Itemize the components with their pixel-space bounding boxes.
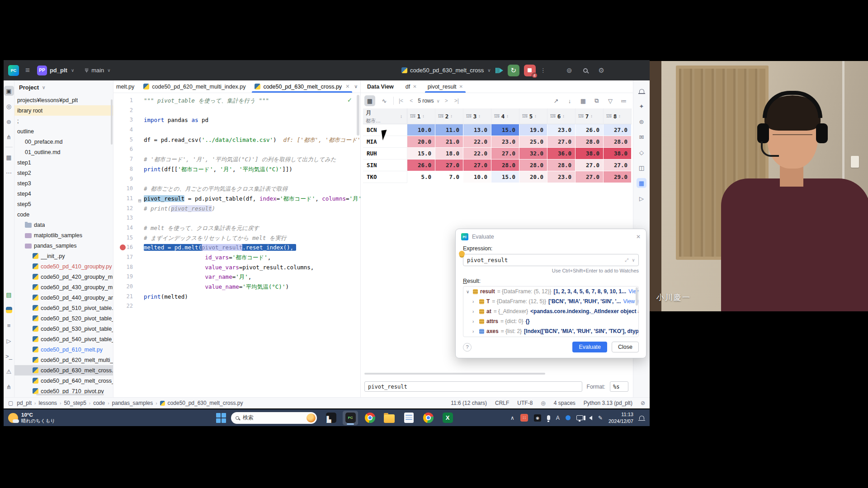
branches-icon[interactable]: ⋔ <box>4 132 14 142</box>
plugins-icon[interactable]: ◫ <box>637 163 646 173</box>
table-cell[interactable]: 18.0 <box>435 148 463 160</box>
table-cell[interactable]: 28.0 <box>519 160 547 171</box>
tree-item[interactable]: code50_pd_420_groupby_multi.py <box>14 272 113 282</box>
debug-resume-icon[interactable] <box>495 68 503 73</box>
problems-icon[interactable]: ⚠ <box>4 366 14 376</box>
tree-item[interactable]: code50_pd_540_pivot_table_cross_mu <box>14 334 113 344</box>
tree-item[interactable]: step5 <box>14 199 113 209</box>
tree-item[interactable]: matplotlib_samples <box>14 230 113 240</box>
tree-item[interactable]: code50_pd_610_melt.py <box>14 344 113 355</box>
dialog-close-icon[interactable]: ✕ <box>636 234 641 240</box>
main-menu-icon[interactable]: ≡ <box>25 66 30 75</box>
breakpoint-icon[interactable] <box>120 244 126 250</box>
tree-item[interactable]: step3 <box>14 178 113 188</box>
filter-icon[interactable]: ▽ <box>605 95 616 106</box>
tab-close-icon[interactable]: ✕ <box>345 84 349 89</box>
lock-icon[interactable]: ⊘ <box>641 400 645 406</box>
table-cell[interactable]: 22.0 <box>463 136 491 148</box>
last-page-button[interactable]: >| <box>453 98 460 104</box>
editor-tab[interactable]: melt.py <box>113 80 139 93</box>
tree-item[interactable]: data <box>14 220 113 230</box>
table-cell[interactable]: 11.0 <box>435 124 463 136</box>
table-cell[interactable]: 28.0 <box>491 160 519 171</box>
tree-item[interactable]: outline <box>14 126 113 136</box>
tree-item[interactable]: code50_pd_620_melt_multi_index.py <box>14 355 113 365</box>
table-cell[interactable]: 27.0 <box>463 160 491 171</box>
column-header-cell[interactable]: 1231↕ <box>407 108 435 124</box>
notifications-icon[interactable] <box>637 86 646 96</box>
rerun-button[interactable]: ↻ <box>508 65 519 76</box>
format-input[interactable]: %s <box>610 381 628 392</box>
tree-item[interactable]: code <box>14 209 113 220</box>
sort-icon[interactable]: ↕ <box>397 113 405 120</box>
table-cell[interactable]: 20.0 <box>407 136 435 148</box>
prev-page-button[interactable]: < <box>408 98 414 104</box>
tree-item[interactable]: code50_pd_410_groupby.py <box>14 261 113 272</box>
editor-tab[interactable]: code50_pd_630_melt_cross.py✕ <box>250 80 354 93</box>
explorer-icon[interactable] <box>382 411 397 425</box>
table-cell[interactable]: 10.0 <box>407 124 435 136</box>
sort-icon[interactable]: ↕ <box>590 114 593 118</box>
tree-item[interactable]: code50_pd_510_pivot_table.py <box>14 303 113 313</box>
table-cell[interactable]: 38.0 <box>576 148 604 160</box>
tree-chevron-icon[interactable]: › <box>472 309 477 314</box>
tree-item[interactable]: code50_pd_530_pivot_table_cross.py <box>14 324 113 334</box>
mail-icon[interactable]: ✉ <box>637 132 646 142</box>
taskbar-search[interactable]: 検索 <box>231 412 317 424</box>
run-configuration[interactable]: code50_pd_630_melt_cross ∨ <box>401 67 491 74</box>
table-cell[interactable]: 29.0 <box>604 171 632 183</box>
sort-icon[interactable]: ↕ <box>422 114 425 118</box>
table-cell[interactable]: 15.0 <box>491 124 519 136</box>
table-cell[interactable]: 27.0 <box>604 160 632 171</box>
evaluate-button[interactable]: Evaluate <box>572 342 607 352</box>
taskbar-clock[interactable]: 11:13 2024/12/07 <box>609 411 633 424</box>
row-index-cell[interactable]: SIN <box>363 160 407 171</box>
mic-icon[interactable] <box>547 415 550 420</box>
kebab-menu-icon[interactable]: ⋮ <box>540 67 546 74</box>
table-cell[interactable]: 27.0 <box>547 136 576 148</box>
close-dialog-button[interactable]: Close <box>612 342 639 352</box>
table-cell[interactable]: 27.0 <box>576 160 604 171</box>
tree-item[interactable]: code50_pd_430_groupby_multi_index.py <box>14 282 113 292</box>
open-in-editor-icon[interactable]: ↗ <box>551 95 561 106</box>
search-everywhere-icon[interactable] <box>583 68 588 73</box>
services-icon[interactable]: ▷ <box>4 336 14 346</box>
help-button[interactable]: ? <box>463 343 472 352</box>
commit-icon[interactable]: ◎ <box>4 101 14 111</box>
stop-button[interactable]: 4 <box>524 65 536 76</box>
notification-bell-icon[interactable] <box>639 416 644 420</box>
table-cell[interactable]: 21.0 <box>435 136 463 148</box>
column-header-cell[interactable]: 1238↕ <box>604 108 632 124</box>
indent-style[interactable]: 4 spaces <box>554 400 576 406</box>
capture-icon[interactable]: ◉ <box>534 414 541 422</box>
editor-tab[interactable]: code50_pd_620_melt_multi_index.py <box>139 80 250 93</box>
tree-chevron-icon[interactable]: › <box>472 299 477 304</box>
copy-icon[interactable]: ⧉ <box>591 95 602 106</box>
structure-icon[interactable]: ▦ <box>4 152 14 162</box>
sort-icon[interactable]: ↕ <box>534 114 537 118</box>
display-icon[interactable] <box>576 415 583 420</box>
table-cell[interactable]: 15.0 <box>491 171 519 183</box>
project-hscrollbar[interactable] <box>36 394 104 395</box>
chrome-icon[interactable] <box>362 411 377 425</box>
tree-item[interactable]: code50_pd_630_melt_cross.py <box>14 365 113 375</box>
breadcrumb-item[interactable]: 50_step5 <box>64 400 86 406</box>
tree-chevron-icon[interactable]: › <box>472 329 477 334</box>
version-control-icon[interactable]: ⋔ <box>4 382 14 392</box>
sort-icon[interactable]: ↕ <box>562 114 565 118</box>
column-header-cell[interactable]: 1235↕ <box>519 108 547 124</box>
editor-code-area[interactable]: 1""" pivot_table を使って、集計を行う """23import … <box>113 93 360 397</box>
tree-item[interactable]: projects¥lessons¥pd_plt <box>14 95 113 105</box>
table-cell[interactable]: 27.0 <box>604 124 632 136</box>
run-icon[interactable]: ▷ <box>637 193 646 203</box>
result-tree-node[interactable]: ›attrs = {dict: 0} {} <box>463 316 638 326</box>
table-cell[interactable]: 23.0 <box>547 171 576 183</box>
table-cell[interactable]: 27.0 <box>576 171 604 183</box>
code-editor[interactable]: melt.pycode50_pd_620_melt_multi_index.py… <box>113 80 361 397</box>
start-button[interactable] <box>216 413 226 423</box>
table-cell[interactable]: 26.0 <box>407 160 435 171</box>
python-packages-icon[interactable] <box>4 305 14 315</box>
dataview-expression-input[interactable]: pivot_result <box>364 381 582 392</box>
widgets-icon[interactable]: ∷ <box>520 414 528 422</box>
chrome2-icon[interactable] <box>420 411 436 425</box>
